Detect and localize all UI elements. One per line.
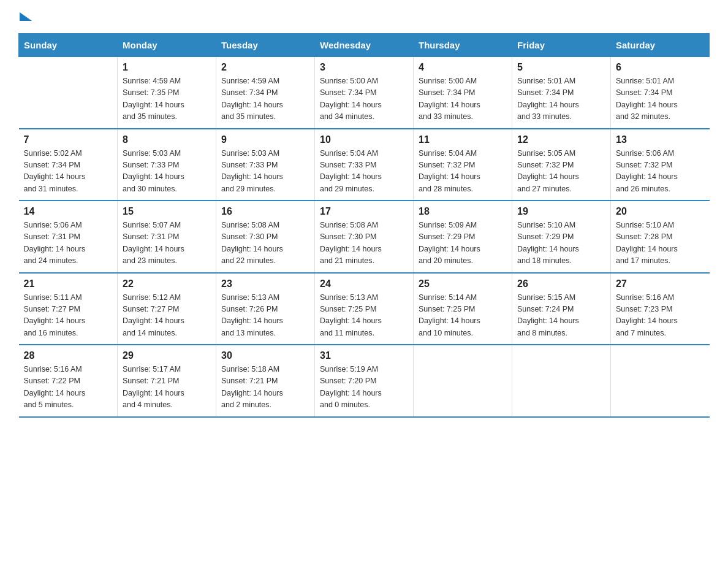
day-number: 23	[221, 278, 309, 289]
day-cell: 4Sunrise: 5:00 AM Sunset: 7:34 PM Daylig…	[414, 57, 512, 129]
header-wednesday: Wednesday	[315, 34, 414, 57]
day-cell: 20Sunrise: 5:10 AM Sunset: 7:28 PM Dayli…	[611, 201, 710, 273]
week-row-4: 21Sunrise: 5:11 AM Sunset: 7:27 PM Dayli…	[19, 273, 710, 345]
week-row-1: 1Sunrise: 4:59 AM Sunset: 7:35 PM Daylig…	[19, 57, 710, 129]
week-row-2: 7Sunrise: 5:02 AM Sunset: 7:34 PM Daylig…	[19, 129, 710, 201]
day-cell: 8Sunrise: 5:03 AM Sunset: 7:33 PM Daylig…	[118, 129, 216, 201]
header-friday: Friday	[512, 34, 611, 57]
day-cell: 3Sunrise: 5:00 AM Sunset: 7:34 PM Daylig…	[315, 57, 414, 129]
day-cell: 9Sunrise: 5:03 AM Sunset: 7:33 PM Daylig…	[216, 129, 315, 201]
page-header	[18, 12, 710, 21]
day-cell: 21Sunrise: 5:11 AM Sunset: 7:27 PM Dayli…	[19, 273, 118, 345]
day-info: Sunrise: 5:14 AM Sunset: 7:25 PM Dayligh…	[419, 292, 507, 340]
day-info: Sunrise: 5:04 AM Sunset: 7:33 PM Dayligh…	[320, 148, 408, 196]
day-number: 19	[517, 206, 605, 217]
day-info: Sunrise: 5:16 AM Sunset: 7:22 PM Dayligh…	[24, 364, 113, 412]
day-info: Sunrise: 5:03 AM Sunset: 7:33 PM Dayligh…	[123, 148, 211, 196]
day-number: 22	[123, 278, 211, 289]
day-info: Sunrise: 5:10 AM Sunset: 7:29 PM Dayligh…	[517, 220, 605, 267]
day-info: Sunrise: 4:59 AM Sunset: 7:34 PM Dayligh…	[221, 75, 309, 123]
day-cell: 5Sunrise: 5:01 AM Sunset: 7:34 PM Daylig…	[512, 57, 611, 129]
calendar-table: SundayMondayTuesdayWednesdayThursdayFrid…	[18, 33, 710, 418]
day-number: 31	[320, 350, 408, 361]
day-number: 16	[221, 206, 309, 217]
day-number: 25	[419, 278, 507, 289]
day-number: 10	[320, 134, 408, 145]
day-number: 4	[419, 62, 507, 73]
header-thursday: Thursday	[414, 34, 512, 57]
day-info: Sunrise: 5:00 AM Sunset: 7:34 PM Dayligh…	[419, 75, 507, 123]
day-info: Sunrise: 5:11 AM Sunset: 7:27 PM Dayligh…	[24, 292, 113, 340]
day-number: 15	[123, 206, 211, 217]
week-row-5: 28Sunrise: 5:16 AM Sunset: 7:22 PM Dayli…	[19, 345, 710, 417]
day-number: 28	[24, 350, 113, 361]
day-cell: 25Sunrise: 5:14 AM Sunset: 7:25 PM Dayli…	[414, 273, 512, 345]
day-info: Sunrise: 5:19 AM Sunset: 7:20 PM Dayligh…	[320, 364, 408, 412]
day-info: Sunrise: 5:08 AM Sunset: 7:30 PM Dayligh…	[221, 220, 309, 267]
day-number: 26	[517, 278, 605, 289]
day-number: 20	[616, 206, 705, 217]
day-cell	[512, 345, 611, 417]
day-info: Sunrise: 5:06 AM Sunset: 7:31 PM Dayligh…	[24, 220, 113, 267]
day-number: 24	[320, 278, 408, 289]
day-number: 27	[616, 278, 705, 289]
day-number: 11	[419, 134, 507, 145]
day-cell	[19, 57, 118, 129]
day-info: Sunrise: 5:02 AM Sunset: 7:34 PM Dayligh…	[24, 148, 113, 196]
day-cell: 27Sunrise: 5:16 AM Sunset: 7:23 PM Dayli…	[611, 273, 710, 345]
day-cell: 22Sunrise: 5:12 AM Sunset: 7:27 PM Dayli…	[118, 273, 216, 345]
day-cell: 26Sunrise: 5:15 AM Sunset: 7:24 PM Dayli…	[512, 273, 611, 345]
calendar-header-row: SundayMondayTuesdayWednesdayThursdayFrid…	[19, 34, 710, 57]
day-cell: 29Sunrise: 5:17 AM Sunset: 7:21 PM Dayli…	[118, 345, 216, 417]
day-info: Sunrise: 5:16 AM Sunset: 7:23 PM Dayligh…	[616, 292, 705, 340]
day-info: Sunrise: 5:00 AM Sunset: 7:34 PM Dayligh…	[320, 75, 408, 123]
day-info: Sunrise: 5:17 AM Sunset: 7:21 PM Dayligh…	[123, 364, 211, 412]
day-number: 17	[320, 206, 408, 217]
day-cell: 6Sunrise: 5:01 AM Sunset: 7:34 PM Daylig…	[611, 57, 710, 129]
week-row-3: 14Sunrise: 5:06 AM Sunset: 7:31 PM Dayli…	[19, 201, 710, 273]
day-cell	[611, 345, 710, 417]
day-number: 2	[221, 62, 309, 73]
day-number: 6	[616, 62, 705, 73]
day-cell: 12Sunrise: 5:05 AM Sunset: 7:32 PM Dayli…	[512, 129, 611, 201]
day-info: Sunrise: 5:01 AM Sunset: 7:34 PM Dayligh…	[616, 75, 705, 123]
day-cell: 7Sunrise: 5:02 AM Sunset: 7:34 PM Daylig…	[19, 129, 118, 201]
day-cell	[414, 345, 512, 417]
day-info: Sunrise: 5:08 AM Sunset: 7:30 PM Dayligh…	[320, 220, 408, 267]
day-info: Sunrise: 5:18 AM Sunset: 7:21 PM Dayligh…	[221, 364, 309, 412]
day-cell: 10Sunrise: 5:04 AM Sunset: 7:33 PM Dayli…	[315, 129, 414, 201]
day-number: 5	[517, 62, 605, 73]
day-number: 3	[320, 62, 408, 73]
day-number: 13	[616, 134, 705, 145]
day-number: 8	[123, 134, 211, 145]
day-info: Sunrise: 5:06 AM Sunset: 7:32 PM Dayligh…	[616, 148, 705, 196]
day-number: 12	[517, 134, 605, 145]
day-cell: 30Sunrise: 5:18 AM Sunset: 7:21 PM Dayli…	[216, 345, 315, 417]
day-info: Sunrise: 5:13 AM Sunset: 7:26 PM Dayligh…	[221, 292, 309, 340]
day-cell: 28Sunrise: 5:16 AM Sunset: 7:22 PM Dayli…	[19, 345, 118, 417]
day-number: 14	[24, 206, 113, 217]
header-saturday: Saturday	[611, 34, 710, 57]
day-info: Sunrise: 5:01 AM Sunset: 7:34 PM Dayligh…	[517, 75, 605, 123]
day-cell: 16Sunrise: 5:08 AM Sunset: 7:30 PM Dayli…	[216, 201, 315, 273]
day-cell: 1Sunrise: 4:59 AM Sunset: 7:35 PM Daylig…	[118, 57, 216, 129]
day-cell: 17Sunrise: 5:08 AM Sunset: 7:30 PM Dayli…	[315, 201, 414, 273]
day-number: 7	[24, 134, 113, 145]
day-info: Sunrise: 5:09 AM Sunset: 7:29 PM Dayligh…	[419, 220, 507, 267]
day-cell: 11Sunrise: 5:04 AM Sunset: 7:32 PM Dayli…	[414, 129, 512, 201]
day-info: Sunrise: 5:15 AM Sunset: 7:24 PM Dayligh…	[517, 292, 605, 340]
day-info: Sunrise: 4:59 AM Sunset: 7:35 PM Dayligh…	[123, 75, 211, 123]
day-info: Sunrise: 5:04 AM Sunset: 7:32 PM Dayligh…	[419, 148, 507, 196]
day-cell: 14Sunrise: 5:06 AM Sunset: 7:31 PM Dayli…	[19, 201, 118, 273]
day-cell: 18Sunrise: 5:09 AM Sunset: 7:29 PM Dayli…	[414, 201, 512, 273]
header-sunday: Sunday	[19, 34, 118, 57]
day-cell: 23Sunrise: 5:13 AM Sunset: 7:26 PM Dayli…	[216, 273, 315, 345]
day-cell: 19Sunrise: 5:10 AM Sunset: 7:29 PM Dayli…	[512, 201, 611, 273]
day-number: 21	[24, 278, 113, 289]
day-cell: 15Sunrise: 5:07 AM Sunset: 7:31 PM Dayli…	[118, 201, 216, 273]
day-cell: 31Sunrise: 5:19 AM Sunset: 7:20 PM Dayli…	[315, 345, 414, 417]
day-number: 1	[123, 62, 211, 73]
day-number: 18	[419, 206, 507, 217]
day-number: 9	[221, 134, 309, 145]
day-cell: 13Sunrise: 5:06 AM Sunset: 7:32 PM Dayli…	[611, 129, 710, 201]
